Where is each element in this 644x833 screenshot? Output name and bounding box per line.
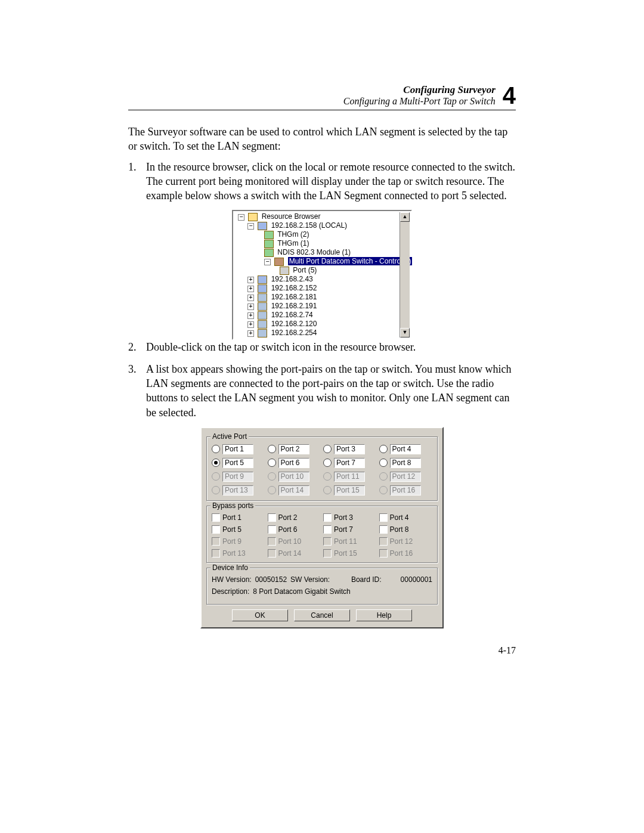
bypass-port-option[interactable]: Port 8 [379, 525, 433, 534]
checkbox-icon[interactable] [268, 513, 276, 522]
active-port-option[interactable]: Port 7 [323, 458, 377, 468]
tree-nic[interactable]: THGm (2) [237, 230, 410, 239]
tree-port[interactable]: Port (5) [237, 266, 410, 275]
expander-icon[interactable]: − [238, 214, 244, 221]
bypass-port-option: Port 14 [268, 549, 321, 558]
expander-icon[interactable]: + [247, 286, 254, 292]
bypass-port-option[interactable]: Port 7 [323, 525, 377, 534]
active-port-option[interactable]: Port 8 [379, 458, 433, 468]
active-port-option: Port 12 [379, 472, 433, 482]
tree-label: Port (5) [293, 266, 317, 274]
bypass-port-option: Port 11 [323, 537, 377, 546]
port-label: Port 4 [390, 444, 421, 454]
module-icon [264, 249, 274, 257]
page-number: 4-17 [128, 645, 516, 656]
port-label: Port 2 [278, 444, 309, 454]
expander-icon[interactable]: − [264, 259, 271, 265]
radio-icon[interactable] [212, 445, 220, 453]
tree-host[interactable]: + 192.168.2.43 [237, 275, 410, 284]
active-port-option[interactable]: Port 6 [268, 458, 321, 468]
step-3: A list box appears showing the port-pair… [128, 362, 516, 420]
description-value: 8 Port Datacom Gigabit Switch [253, 587, 350, 596]
active-port-option[interactable]: Port 1 [212, 444, 265, 454]
port-label: Port 7 [334, 458, 365, 468]
checkbox-icon[interactable] [323, 525, 332, 534]
tree-local-host[interactable]: − 192.168.2.158 (LOCAL) [237, 221, 410, 230]
radio-icon [379, 486, 388, 494]
host-icon [258, 284, 267, 293]
port-label: Port 6 [278, 458, 309, 468]
active-port-option[interactable]: Port 2 [268, 444, 321, 454]
radio-icon[interactable] [323, 459, 332, 467]
bypass-port-option[interactable]: Port 4 [379, 513, 433, 522]
port-label: Port 10 [278, 537, 302, 546]
port-dialog: Active Port Port 1Port 2Port 3Port 4Port… [200, 427, 444, 628]
tree-host[interactable]: + 192.168.2.74 [237, 311, 410, 320]
expander-icon[interactable]: + [247, 277, 254, 283]
checkbox-icon[interactable] [323, 513, 332, 522]
active-port-option[interactable]: Port 4 [379, 444, 433, 454]
checkbox-icon[interactable] [212, 513, 220, 522]
tree-nic[interactable]: THGm (1) [237, 239, 410, 248]
radio-icon[interactable] [268, 459, 276, 467]
bypass-port-option[interactable]: Port 5 [212, 525, 265, 534]
tree-host[interactable]: + 192.168.2.181 [237, 293, 410, 302]
bypass-port-option[interactable]: Port 2 [268, 513, 321, 522]
port-label: Port 3 [334, 513, 353, 522]
radio-icon [212, 472, 220, 481]
tree-label: NDIS 802.3 Module (1) [277, 248, 351, 256]
port-icon [280, 267, 289, 275]
port-label: Port 14 [278, 549, 302, 558]
tree-root[interactable]: − Resource Browser [237, 212, 410, 221]
radio-icon[interactable] [323, 445, 332, 453]
bypass-port-option[interactable]: Port 1 [212, 513, 265, 522]
expander-icon[interactable]: + [247, 304, 254, 310]
radio-icon[interactable] [379, 445, 388, 453]
active-port-group: Active Port Port 1Port 2Port 3Port 4Port… [206, 436, 438, 501]
port-label: Port 13 [222, 485, 253, 496]
expander-icon[interactable]: − [247, 223, 254, 230]
port-label: Port 10 [278, 472, 309, 482]
cancel-button[interactable]: Cancel [294, 609, 350, 621]
tree-label: 192.168.2.191 [271, 302, 317, 310]
expander-icon[interactable]: + [247, 312, 254, 319]
tree-host[interactable]: + 192.168.2.120 [237, 320, 410, 329]
scroll-down-button[interactable]: ▼ [400, 328, 410, 337]
port-label: Port 8 [390, 458, 421, 468]
checkbox-icon [212, 549, 220, 558]
description-label: Description: [212, 587, 249, 596]
group-legend: Device Info [210, 563, 250, 572]
expander-icon[interactable]: + [247, 321, 254, 328]
scrollbar[interactable]: ▲ ▼ [400, 212, 410, 337]
help-button[interactable]: Help [356, 609, 412, 621]
checkbox-icon[interactable] [268, 525, 276, 534]
active-port-option[interactable]: Port 3 [323, 444, 377, 454]
port-label: Port 15 [334, 549, 357, 558]
intro-paragraph: The Surveyor software can be used to con… [128, 125, 516, 154]
radio-icon[interactable] [212, 459, 220, 467]
scroll-up-button[interactable]: ▲ [400, 212, 410, 222]
active-port-option[interactable]: Port 5 [212, 458, 265, 468]
bypass-port-option[interactable]: Port 3 [323, 513, 377, 522]
tree-switch[interactable]: − Multi Port Datacom Switch - Control(1) [237, 257, 410, 266]
tree-label: THGm (2) [277, 230, 309, 239]
tree-module[interactable]: NDIS 802.3 Module (1) [237, 248, 410, 257]
radio-icon[interactable] [268, 445, 276, 453]
port-label: Port 2 [278, 513, 298, 522]
checkbox-icon[interactable] [212, 525, 220, 534]
checkbox-icon[interactable] [379, 525, 388, 534]
bypass-port-option[interactable]: Port 6 [268, 525, 321, 534]
bypass-port-option: Port 10 [268, 537, 321, 546]
nic-icon [264, 240, 274, 248]
ok-button[interactable]: OK [232, 609, 288, 621]
tree-host[interactable]: + 192.168.2.152 [237, 284, 410, 293]
tree-host[interactable]: + 192.168.2.254 [237, 329, 410, 337]
active-port-option: Port 14 [268, 485, 321, 496]
tree-host[interactable]: + 192.168.2.191 [237, 302, 410, 311]
checkbox-icon[interactable] [379, 513, 388, 522]
expander-icon[interactable]: + [247, 295, 254, 301]
tree-label: 192.168.2.43 [271, 275, 313, 283]
radio-icon[interactable] [379, 459, 388, 467]
device-info-group: Device Info HW Version: 00050152 SW Vers… [206, 568, 438, 605]
expander-icon[interactable]: + [247, 330, 254, 337]
